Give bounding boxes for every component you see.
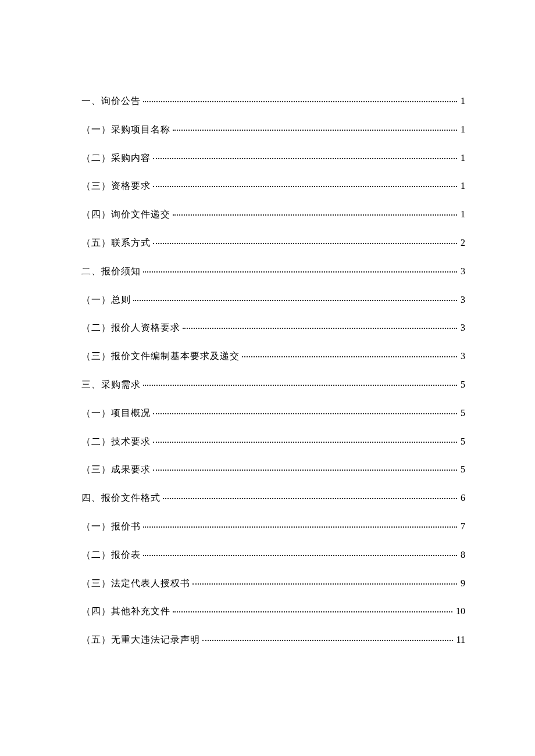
toc-label: 二、报价须知 — [81, 263, 141, 280]
toc-entry: （一）总则 3 — [81, 292, 465, 309]
toc-entry: （三）资格要求 1 — [81, 178, 465, 195]
toc-page-number: 3 — [461, 320, 465, 336]
toc-entry: 二、报价须知 3 — [81, 263, 465, 280]
toc-label: （二）技术要求 — [81, 433, 151, 450]
toc-page-number: 8 — [461, 547, 465, 564]
toc-entry: （一）报价书 7 — [81, 518, 465, 535]
toc-dots — [173, 611, 452, 612]
toc-entry: （二）技术要求 5 — [81, 433, 465, 450]
toc-label: （三）报价文件编制基本要求及递交 — [81, 348, 240, 365]
toc-entry: （二）报价表 8 — [81, 547, 465, 564]
document-page: 一、询价公告 1 （一）采购项目名称 1 （二）采购内容 1 （三）资格要求 1… — [0, 0, 535, 648]
toc-page-number: 5 — [461, 377, 465, 393]
toc-entry: 三、采购需求 5 — [81, 377, 465, 393]
toc-page-number: 1 — [461, 150, 465, 167]
toc-dots — [163, 498, 457, 499]
toc-label: 一、询价公告 — [81, 93, 141, 110]
toc-page-number: 1 — [461, 206, 465, 223]
toc-page-number: 11 — [456, 632, 465, 648]
toc-entry: （一）项目概况 5 — [81, 405, 465, 422]
toc-label: （四）询价文件递交 — [81, 206, 170, 223]
toc-page-number: 7 — [461, 518, 465, 535]
toc-dots — [242, 356, 457, 357]
toc-dots — [153, 470, 457, 471]
toc-dots — [143, 101, 457, 102]
toc-label: （三）法定代表人授权书 — [81, 575, 190, 592]
toc-label: （三）成果要求 — [81, 461, 151, 478]
toc-page-number: 3 — [461, 263, 465, 280]
toc-label: （四）其他补充文件 — [81, 603, 170, 620]
toc-page-number: 5 — [461, 433, 465, 450]
toc-page-number: 9 — [461, 575, 465, 592]
toc-page-number: 3 — [461, 292, 465, 309]
toc-dots — [202, 640, 453, 641]
toc-label: 四、报价文件格式 — [81, 490, 160, 507]
toc-label: （三）资格要求 — [81, 178, 151, 195]
toc-dots — [153, 186, 457, 187]
toc-label: （二）报价人资格要求 — [81, 320, 180, 336]
toc-dots — [173, 214, 457, 216]
toc-entry: 四、报价文件格式 6 — [81, 490, 465, 507]
toc-dots — [153, 243, 457, 244]
toc-label: （二）报价表 — [81, 547, 141, 564]
toc-entry: 一、询价公告 1 — [81, 93, 465, 110]
toc-label: （一）采购项目名称 — [81, 121, 170, 138]
toc-entry: （二）采购内容 1 — [81, 150, 465, 167]
toc-entry: （三）报价文件编制基本要求及递交 3 — [81, 348, 465, 365]
toc-page-number: 1 — [461, 121, 465, 138]
toc-entry: （一）采购项目名称 1 — [81, 121, 465, 138]
toc-label: （一）项目概况 — [81, 405, 151, 422]
toc-entry: （四）其他补充文件 10 — [81, 603, 465, 620]
toc-page-number: 10 — [456, 603, 465, 620]
toc-label: （一）总则 — [81, 292, 131, 309]
toc-dots — [153, 158, 457, 159]
toc-entry: （五）联系方式 2 — [81, 235, 465, 252]
toc-page-number: 3 — [461, 348, 465, 365]
toc-dots — [143, 555, 457, 556]
toc-dots — [143, 385, 457, 386]
toc-dots — [133, 300, 457, 301]
toc-dots — [192, 583, 457, 585]
toc-entry: （二）报价人资格要求 3 — [81, 320, 465, 336]
toc-entry: （三）法定代表人授权书 9 — [81, 575, 465, 592]
toc-label: （五）联系方式 — [81, 235, 151, 252]
toc-dots — [183, 328, 457, 329]
toc-entry: （五）无重大违法记录声明 11 — [81, 632, 465, 648]
toc-page-number: 5 — [461, 405, 465, 422]
toc-page-number: 2 — [461, 235, 465, 252]
table-of-contents: 一、询价公告 1 （一）采购项目名称 1 （二）采购内容 1 （三）资格要求 1… — [81, 93, 465, 648]
toc-entry: （四）询价文件递交 1 — [81, 206, 465, 223]
toc-dots — [143, 271, 457, 273]
toc-dots — [173, 130, 457, 131]
toc-entry: （三）成果要求 5 — [81, 461, 465, 478]
toc-page-number: 6 — [461, 490, 465, 507]
toc-dots — [143, 526, 457, 528]
toc-dots — [153, 413, 457, 414]
toc-page-number: 1 — [461, 93, 465, 110]
toc-label: （二）采购内容 — [81, 150, 151, 167]
toc-label: （五）无重大违法记录声明 — [81, 632, 200, 648]
toc-label: 三、采购需求 — [81, 377, 141, 393]
toc-dots — [153, 442, 457, 443]
toc-label: （一）报价书 — [81, 518, 141, 535]
toc-page-number: 1 — [461, 178, 465, 195]
toc-page-number: 5 — [461, 461, 465, 478]
